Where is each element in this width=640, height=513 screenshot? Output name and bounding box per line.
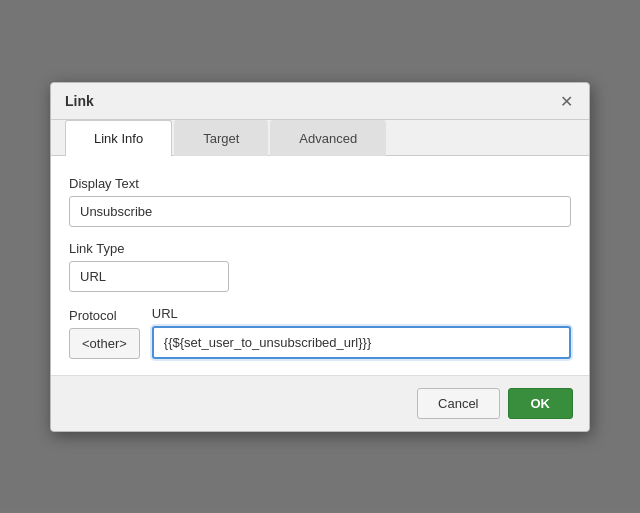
link-type-label: Link Type (69, 241, 571, 256)
display-text-label: Display Text (69, 176, 571, 191)
url-label: URL (152, 306, 571, 321)
dialog-overlay: Link ✕ Link Info Target Advanced Display… (0, 0, 640, 513)
tab-link-info[interactable]: Link Info (65, 120, 172, 156)
tab-target[interactable]: Target (174, 120, 268, 156)
display-text-group: Display Text (69, 176, 571, 227)
display-text-input[interactable] (69, 196, 571, 227)
protocol-label: Protocol (69, 308, 140, 323)
dialog-title: Link (65, 93, 94, 119)
tab-bar: Link Info Target Advanced (51, 120, 589, 156)
protocol-button[interactable]: <other> (69, 328, 140, 359)
link-dialog: Link ✕ Link Info Target Advanced Display… (50, 82, 590, 432)
link-type-group: Link Type (69, 241, 571, 292)
link-type-input[interactable] (69, 261, 229, 292)
dialog-footer: Cancel OK (51, 375, 589, 431)
close-button[interactable]: ✕ (558, 94, 575, 110)
cancel-button[interactable]: Cancel (417, 388, 499, 419)
protocol-group: Protocol <other> (69, 308, 140, 359)
dialog-header: Link ✕ (51, 83, 589, 120)
ok-button[interactable]: OK (508, 388, 574, 419)
url-input[interactable] (152, 326, 571, 359)
dialog-body: Display Text Link Type Protocol <other> … (51, 156, 589, 375)
url-group: URL (152, 306, 571, 359)
tab-advanced[interactable]: Advanced (270, 120, 386, 156)
protocol-url-row: Protocol <other> URL (69, 306, 571, 359)
